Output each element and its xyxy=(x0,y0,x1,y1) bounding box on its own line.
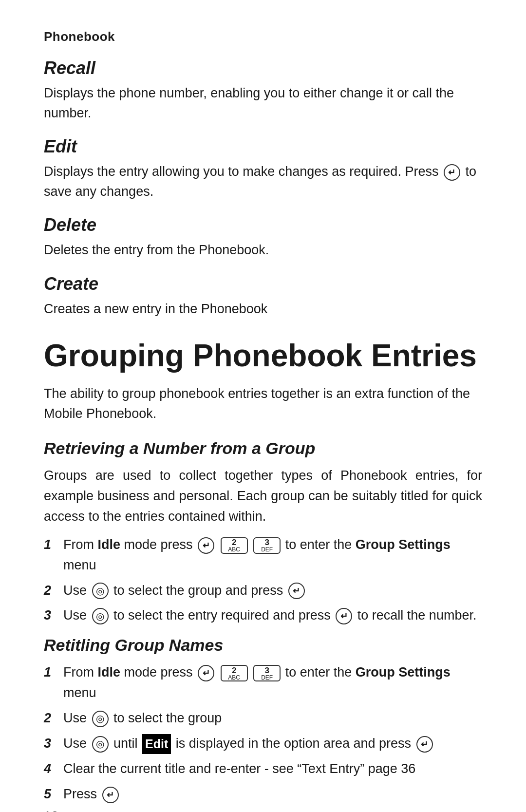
enter-key-3: ↵ xyxy=(336,608,352,624)
retitle-num-4: 4 xyxy=(44,759,57,779)
delete-section: Delete Deletes the entry from the Phoneb… xyxy=(44,215,482,260)
retitle-step-2: 2 Use ◎ to select the group xyxy=(44,708,482,729)
idle-bold-1: Idle xyxy=(98,537,121,552)
nav-key-r2: ◎ xyxy=(92,711,109,727)
group-settings-bold-r1: Group Settings xyxy=(356,665,451,680)
edit-badge: Edit xyxy=(142,734,171,754)
intro-text: The ability to group phonebook entries t… xyxy=(44,384,482,425)
retitle-step-1: 1 From Idle mode press ↵ 2ABC 3DEF to en… xyxy=(44,662,482,703)
retitle-content-5: Press ↵ xyxy=(63,784,482,805)
edit-section: Edit Displays the entry allowing you to … xyxy=(44,136,482,201)
retitle-num-5: 5 xyxy=(44,784,57,805)
step-1: 1 From Idle mode press ↵ 2ABC 3DEF to en… xyxy=(44,535,482,576)
retitle-step-5: 5 Press ↵ xyxy=(44,784,482,805)
retitle-content-3: Use ◎ until Edit is displayed in the opt… xyxy=(63,734,482,754)
enter-key-icon: ↵ xyxy=(444,164,460,181)
retitle-num-3: 3 xyxy=(44,734,57,754)
create-title: Create xyxy=(44,274,482,294)
idle-bold-r1: Idle xyxy=(98,665,121,680)
key-3def: 3DEF xyxy=(253,537,281,554)
step-2: 2 Use ◎ to select the group and press ↵ xyxy=(44,581,482,601)
edit-title: Edit xyxy=(44,136,482,157)
enter-key-r1: ↵ xyxy=(198,665,214,681)
nav-key-2: ◎ xyxy=(92,583,109,599)
section-label: Phonebook xyxy=(44,29,482,44)
retitling-heading: Retitling Group Names xyxy=(44,636,482,655)
retitle-step-4: 4 Clear the current title and re-enter -… xyxy=(44,759,482,779)
retitle-content-1: From Idle mode press ↵ 2ABC 3DEF to ente… xyxy=(63,662,482,703)
retitle-content-4: Clear the current title and re-enter - s… xyxy=(63,759,482,779)
enter-key-1: ↵ xyxy=(198,537,214,554)
step-3: 3 Use ◎ to select the entry required and… xyxy=(44,605,482,626)
retitle-step-3: 3 Use ◎ until Edit is displayed in the o… xyxy=(44,734,482,754)
create-section: Create Creates a new entry in the Phoneb… xyxy=(44,274,482,319)
enter-key-r3: ↵ xyxy=(416,736,433,753)
step-num-2: 2 xyxy=(44,581,57,601)
nav-key-r3: ◎ xyxy=(92,736,109,753)
nav-key-3: ◎ xyxy=(92,608,109,624)
step-content-3: Use ◎ to select the entry required and p… xyxy=(63,605,482,626)
retitle-content-2: Use ◎ to select the group xyxy=(63,708,482,729)
retitle-num-1: 1 xyxy=(44,662,57,683)
page-number: 12 xyxy=(44,809,58,812)
step-content-2: Use ◎ to select the group and press ↵ xyxy=(63,581,482,601)
group-settings-bold-1: Group Settings xyxy=(356,537,451,552)
key-2abc: 2ABC xyxy=(221,537,248,554)
step-num-1: 1 xyxy=(44,535,57,555)
recall-title: Recall xyxy=(44,58,482,78)
recall-section: Recall Displays the phone number, enabli… xyxy=(44,58,482,123)
step-num-3: 3 xyxy=(44,605,57,626)
retitle-num-2: 2 xyxy=(44,708,57,729)
recall-desc: Displays the phone number, enabling you … xyxy=(44,83,482,123)
enter-key-r5: ↵ xyxy=(102,787,119,803)
step-content-1: From Idle mode press ↵ 2ABC 3DEF to ente… xyxy=(63,535,482,576)
retitling-subsection: Retitling Group Names 1 From Idle mode p… xyxy=(44,636,482,804)
delete-desc: Deletes the entry from the Phonebook. xyxy=(44,240,482,260)
edit-desc: Displays the entry allowing you to make … xyxy=(44,162,482,201)
key-3def-r: 3DEF xyxy=(253,665,281,681)
retitling-steps: 1 From Idle mode press ↵ 2ABC 3DEF to en… xyxy=(44,662,482,804)
retrieving-steps: 1 From Idle mode press ↵ 2ABC 3DEF to en… xyxy=(44,535,482,626)
retrieving-body: Groups are used to collect together type… xyxy=(44,466,482,527)
key-2abc-r: 2ABC xyxy=(221,665,248,681)
enter-key-2: ↵ xyxy=(288,583,305,599)
delete-title: Delete xyxy=(44,215,482,235)
retrieving-heading: Retrieving a Number from a Group xyxy=(44,439,482,458)
main-heading: Grouping Phonebook Entries xyxy=(44,338,482,374)
create-desc: Creates a new entry in the Phonebook xyxy=(44,299,482,319)
retrieving-subsection: Retrieving a Number from a Group Groups … xyxy=(44,439,482,626)
